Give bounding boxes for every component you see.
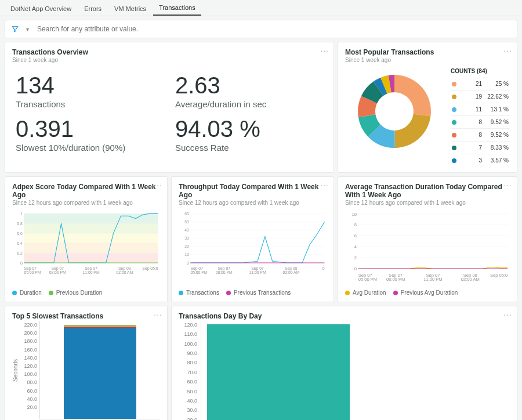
svg-text:Sep 05:0: Sep 05:0 <box>142 266 158 271</box>
adpex-chart: 00.20.40.60.8105:00 PMSep 0708:00 PMSep … <box>12 211 160 286</box>
svg-rect-0 <box>24 253 158 263</box>
chevron-down-icon[interactable]: ▾ <box>26 26 29 32</box>
count-row[interactable]: WebTransaction...78.33 % <box>451 142 510 154</box>
card-menu-icon[interactable]: ··· <box>154 310 162 319</box>
svg-rect-2 <box>24 233 158 243</box>
tab-errors[interactable]: Errors <box>78 2 107 16</box>
search-bar: ▾ <box>5 20 517 38</box>
legend-dot-icon <box>179 291 183 295</box>
legend-item[interactable]: Duration <box>12 289 42 296</box>
metric-value: 2.63 <box>175 74 323 97</box>
filter-icon[interactable] <box>11 25 19 33</box>
metric-label: Slowest 10%/duration (90%) <box>16 143 164 153</box>
card-avg-duration: ··· Average Transaction Duration Today C… <box>338 176 517 302</box>
svg-text:30: 30 <box>184 236 189 240</box>
count-percent: 8.33 % <box>485 144 509 151</box>
count-value: 8 <box>465 119 482 125</box>
svg-text:2: 2 <box>354 255 357 260</box>
metric: 134Transactions <box>16 74 164 109</box>
tab-vm-metrics[interactable]: VM Metrics <box>108 2 152 16</box>
metric: 94.03 %Success Rate <box>175 117 323 153</box>
svg-text:0: 0 <box>354 266 357 271</box>
card-day-by-day: ··· Transactions Day By Day 120.0110.010… <box>171 306 517 420</box>
count-row[interactable]: WebTransaction...89.52 % <box>451 116 510 129</box>
legend-item[interactable]: Previous Avg Duration <box>393 289 458 296</box>
legend-label: Previous Avg Duration <box>401 289 458 296</box>
counts-table: COUNTS (84) WebTransaction...2125 %WebTr… <box>451 68 510 166</box>
count-value: 7 <box>465 144 482 151</box>
count-percent: 25 % <box>485 81 509 87</box>
avg-duration-legend: Avg DurationPrevious Avg Duration <box>345 289 510 296</box>
card-subtitle: Since 1 week ago <box>345 57 510 63</box>
legend-dot-icon <box>452 133 456 137</box>
card-title: Average Transaction Duration Today Compa… <box>345 183 510 199</box>
card-menu-icon[interactable]: ··· <box>503 180 512 190</box>
count-percent: 22.62 % <box>485 93 509 100</box>
throughput-legend: TransactionsPrevious Transactions <box>179 289 327 296</box>
counts-header: COUNTS (84) <box>451 68 510 74</box>
svg-text:4: 4 <box>354 244 357 249</box>
metric-label: Average/duration in sec <box>175 99 323 109</box>
svg-text:0.4: 0.4 <box>17 241 23 245</box>
card-top5-slowest: ··· Top 5 Slowest Transactions Seconds 2… <box>5 306 168 420</box>
search-input[interactable] <box>36 24 511 34</box>
legend-dot-icon <box>452 120 456 125</box>
card-title: Adpex Score Today Compared With 1 Week A… <box>12 183 160 199</box>
day-bar <box>356 321 510 420</box>
svg-text:40: 40 <box>184 228 189 232</box>
throughput-chart: 010203040506005:00 PMSep 0708:00 PMSep 0… <box>179 211 327 286</box>
stack-segment <box>64 328 136 419</box>
svg-text:11:00 PM: 11:00 PM <box>82 270 99 274</box>
legend-item[interactable]: Previous Transactions <box>226 289 291 296</box>
count-percent: 9.52 % <box>485 132 509 138</box>
count-row[interactable]: WebTransaction...1113.1 % <box>451 103 510 116</box>
card-subtitle: Since 12 hours ago compared with 1 week … <box>345 200 510 206</box>
svg-text:0: 0 <box>187 261 189 265</box>
svg-text:Sep 07: Sep 07 <box>217 266 230 271</box>
card-menu-icon[interactable]: ··· <box>503 310 512 319</box>
legend-dot-icon <box>452 146 456 150</box>
card-subtitle: Since 12 hours ago compared with 1 week … <box>12 200 160 206</box>
metric-label: Success Rate <box>175 143 323 153</box>
card-throughput: ··· Throughput Today Compared With 1 Wee… <box>171 176 334 302</box>
tab-transactions[interactable]: Transactions <box>153 1 201 16</box>
legend-item[interactable]: Previous Duration <box>49 289 102 296</box>
day-by-day-chart: 120.0110.0100.090.080.070.060.050.040.03… <box>179 321 510 420</box>
legend-label: Previous Transactions <box>234 289 291 296</box>
svg-text:05:00 PM: 05:00 PM <box>190 270 207 274</box>
legend-item[interactable]: Avg Duration <box>345 289 386 296</box>
legend-dot-icon <box>49 291 53 295</box>
svg-text:Sep 05:0: Sep 05:0 <box>490 273 507 278</box>
card-most-popular: ··· Most Popular Transactions Since 1 we… <box>338 42 517 173</box>
tab-dotnet-app-overview[interactable]: DotNet App Overview <box>5 2 77 16</box>
svg-text:05:00 PM: 05:00 PM <box>24 270 41 274</box>
metric-label: Transactions <box>16 99 164 109</box>
count-percent: 3.57 % <box>485 157 509 164</box>
legend-label: Transactions <box>186 289 219 296</box>
donut-chart <box>345 68 444 155</box>
svg-text:0.2: 0.2 <box>17 251 23 255</box>
overview-metrics: 134Transactions2.63Average/duration in s… <box>12 68 327 155</box>
count-row[interactable]: WebTransaction...2125 % <box>451 78 510 90</box>
legend-dot-icon <box>452 107 456 112</box>
card-menu-icon[interactable]: ··· <box>320 180 329 190</box>
svg-text:02:00 AM: 02:00 AM <box>282 270 299 274</box>
svg-text:0.6: 0.6 <box>17 231 23 236</box>
svg-text:1: 1 <box>20 212 23 216</box>
count-row[interactable]: WebTransaction...33.57 % <box>451 154 510 166</box>
svg-text:Sep 07: Sep 07 <box>190 266 203 271</box>
card-menu-icon[interactable]: ··· <box>320 46 329 55</box>
card-menu-icon[interactable]: ··· <box>154 180 162 190</box>
svg-text:Sep 07: Sep 07 <box>85 266 97 271</box>
card-menu-icon[interactable]: ··· <box>503 46 512 55</box>
legend-item[interactable]: Transactions <box>179 289 219 296</box>
count-percent: 13.1 % <box>485 106 509 113</box>
svg-text:0: 0 <box>20 261 23 265</box>
count-row[interactable]: WebTransaction...89.52 % <box>451 129 510 142</box>
svg-text:11:00 PM: 11:00 PM <box>249 270 266 274</box>
day-bar <box>201 321 356 420</box>
legend-dot-icon <box>452 158 456 163</box>
count-row[interactable]: WebTransaction...1922.62 % <box>451 90 510 103</box>
top5-chart: Seconds 220.0200.0180.0160.0140.0120.010… <box>12 321 160 419</box>
svg-text:10: 10 <box>351 212 356 217</box>
